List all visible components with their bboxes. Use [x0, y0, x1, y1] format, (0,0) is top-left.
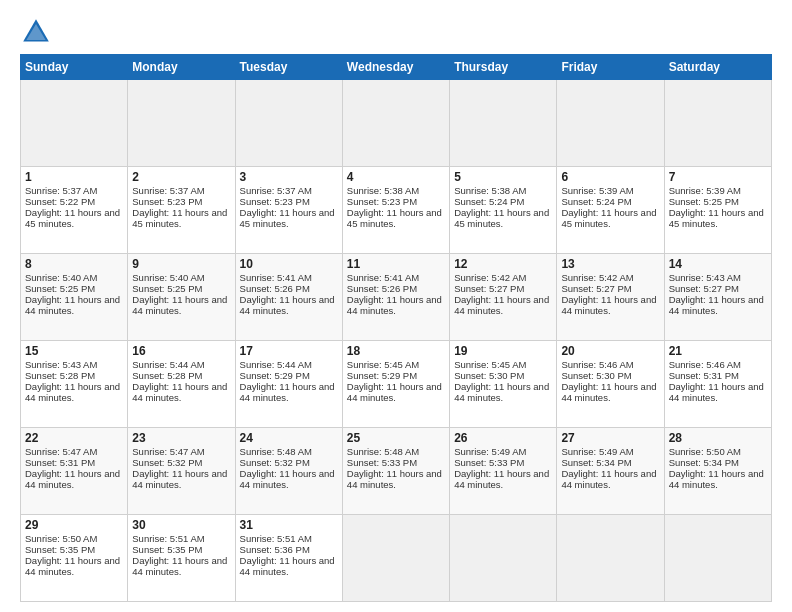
sunrise-text: Sunrise: 5:45 AM [347, 359, 419, 370]
day-number: 16 [132, 344, 230, 358]
day-number: 22 [25, 431, 123, 445]
daylight-text: Daylight: 11 hours and 44 minutes. [454, 381, 549, 403]
day-number: 4 [347, 170, 445, 184]
sunset-text: Sunset: 5:33 PM [454, 457, 524, 468]
sunset-text: Sunset: 5:27 PM [669, 283, 739, 294]
daylight-text: Daylight: 11 hours and 44 minutes. [25, 555, 120, 577]
sunset-text: Sunset: 5:27 PM [454, 283, 524, 294]
column-header-wednesday: Wednesday [342, 55, 449, 80]
sunrise-text: Sunrise: 5:38 AM [347, 185, 419, 196]
sunrise-text: Sunrise: 5:40 AM [25, 272, 97, 283]
column-header-tuesday: Tuesday [235, 55, 342, 80]
sunset-text: Sunset: 5:29 PM [240, 370, 310, 381]
day-number: 5 [454, 170, 552, 184]
header-row: SundayMondayTuesdayWednesdayThursdayFrid… [21, 55, 772, 80]
calendar-cell [235, 80, 342, 167]
day-number: 18 [347, 344, 445, 358]
calendar-cell: 6Sunrise: 5:39 AMSunset: 5:24 PMDaylight… [557, 167, 664, 254]
calendar-cell: 22Sunrise: 5:47 AMSunset: 5:31 PMDayligh… [21, 428, 128, 515]
calendar-cell: 30Sunrise: 5:51 AMSunset: 5:35 PMDayligh… [128, 515, 235, 602]
day-number: 19 [454, 344, 552, 358]
day-number: 23 [132, 431, 230, 445]
daylight-text: Daylight: 11 hours and 44 minutes. [240, 555, 335, 577]
calendar-cell [342, 80, 449, 167]
sunrise-text: Sunrise: 5:49 AM [454, 446, 526, 457]
sunset-text: Sunset: 5:32 PM [240, 457, 310, 468]
sunrise-text: Sunrise: 5:51 AM [132, 533, 204, 544]
sunset-text: Sunset: 5:22 PM [25, 196, 95, 207]
sunrise-text: Sunrise: 5:38 AM [454, 185, 526, 196]
calendar-cell [21, 80, 128, 167]
daylight-text: Daylight: 11 hours and 44 minutes. [669, 468, 764, 490]
sunset-text: Sunset: 5:23 PM [347, 196, 417, 207]
day-number: 24 [240, 431, 338, 445]
sunset-text: Sunset: 5:23 PM [132, 196, 202, 207]
daylight-text: Daylight: 11 hours and 44 minutes. [561, 468, 656, 490]
sunrise-text: Sunrise: 5:42 AM [561, 272, 633, 283]
calendar-cell: 9Sunrise: 5:40 AMSunset: 5:25 PMDaylight… [128, 254, 235, 341]
day-number: 10 [240, 257, 338, 271]
sunrise-text: Sunrise: 5:37 AM [132, 185, 204, 196]
daylight-text: Daylight: 11 hours and 44 minutes. [240, 294, 335, 316]
sunrise-text: Sunrise: 5:43 AM [25, 359, 97, 370]
sunset-text: Sunset: 5:28 PM [25, 370, 95, 381]
sunrise-text: Sunrise: 5:45 AM [454, 359, 526, 370]
sunset-text: Sunset: 5:26 PM [240, 283, 310, 294]
sunrise-text: Sunrise: 5:41 AM [347, 272, 419, 283]
calendar-cell [664, 515, 771, 602]
calendar-cell [128, 80, 235, 167]
calendar-cell: 20Sunrise: 5:46 AMSunset: 5:30 PMDayligh… [557, 341, 664, 428]
day-number: 20 [561, 344, 659, 358]
calendar-cell: 2Sunrise: 5:37 AMSunset: 5:23 PMDaylight… [128, 167, 235, 254]
daylight-text: Daylight: 11 hours and 44 minutes. [669, 381, 764, 403]
day-number: 7 [669, 170, 767, 184]
sunrise-text: Sunrise: 5:48 AM [240, 446, 312, 457]
calendar-cell: 16Sunrise: 5:44 AMSunset: 5:28 PMDayligh… [128, 341, 235, 428]
sunrise-text: Sunrise: 5:51 AM [240, 533, 312, 544]
calendar-cell [557, 80, 664, 167]
sunset-text: Sunset: 5:24 PM [561, 196, 631, 207]
sunset-text: Sunset: 5:35 PM [132, 544, 202, 555]
page: SundayMondayTuesdayWednesdayThursdayFrid… [0, 0, 792, 612]
sunset-text: Sunset: 5:25 PM [669, 196, 739, 207]
sunset-text: Sunset: 5:34 PM [561, 457, 631, 468]
day-number: 28 [669, 431, 767, 445]
sunset-text: Sunset: 5:23 PM [240, 196, 310, 207]
sunrise-text: Sunrise: 5:40 AM [132, 272, 204, 283]
daylight-text: Daylight: 11 hours and 45 minutes. [347, 207, 442, 229]
daylight-text: Daylight: 11 hours and 45 minutes. [454, 207, 549, 229]
day-number: 15 [25, 344, 123, 358]
column-header-friday: Friday [557, 55, 664, 80]
daylight-text: Daylight: 11 hours and 44 minutes. [240, 381, 335, 403]
sunrise-text: Sunrise: 5:39 AM [561, 185, 633, 196]
sunrise-text: Sunrise: 5:44 AM [240, 359, 312, 370]
day-number: 2 [132, 170, 230, 184]
calendar-cell: 7Sunrise: 5:39 AMSunset: 5:25 PMDaylight… [664, 167, 771, 254]
day-number: 11 [347, 257, 445, 271]
sunrise-text: Sunrise: 5:49 AM [561, 446, 633, 457]
daylight-text: Daylight: 11 hours and 44 minutes. [347, 294, 442, 316]
sunset-text: Sunset: 5:25 PM [132, 283, 202, 294]
sunset-text: Sunset: 5:30 PM [561, 370, 631, 381]
calendar-cell: 15Sunrise: 5:43 AMSunset: 5:28 PMDayligh… [21, 341, 128, 428]
calendar-cell: 3Sunrise: 5:37 AMSunset: 5:23 PMDaylight… [235, 167, 342, 254]
day-number: 17 [240, 344, 338, 358]
calendar-cell: 24Sunrise: 5:48 AMSunset: 5:32 PMDayligh… [235, 428, 342, 515]
calendar-cell: 14Sunrise: 5:43 AMSunset: 5:27 PMDayligh… [664, 254, 771, 341]
daylight-text: Daylight: 11 hours and 44 minutes. [454, 294, 549, 316]
calendar-week-1: 1Sunrise: 5:37 AMSunset: 5:22 PMDaylight… [21, 167, 772, 254]
daylight-text: Daylight: 11 hours and 44 minutes. [561, 294, 656, 316]
day-number: 31 [240, 518, 338, 532]
sunrise-text: Sunrise: 5:50 AM [25, 533, 97, 544]
sunset-text: Sunset: 5:35 PM [25, 544, 95, 555]
sunrise-text: Sunrise: 5:41 AM [240, 272, 312, 283]
column-header-sunday: Sunday [21, 55, 128, 80]
sunrise-text: Sunrise: 5:39 AM [669, 185, 741, 196]
calendar-cell: 4Sunrise: 5:38 AMSunset: 5:23 PMDaylight… [342, 167, 449, 254]
sunrise-text: Sunrise: 5:48 AM [347, 446, 419, 457]
sunrise-text: Sunrise: 5:47 AM [25, 446, 97, 457]
day-number: 12 [454, 257, 552, 271]
calendar-cell [557, 515, 664, 602]
calendar-week-0 [21, 80, 772, 167]
calendar-cell: 25Sunrise: 5:48 AMSunset: 5:33 PMDayligh… [342, 428, 449, 515]
